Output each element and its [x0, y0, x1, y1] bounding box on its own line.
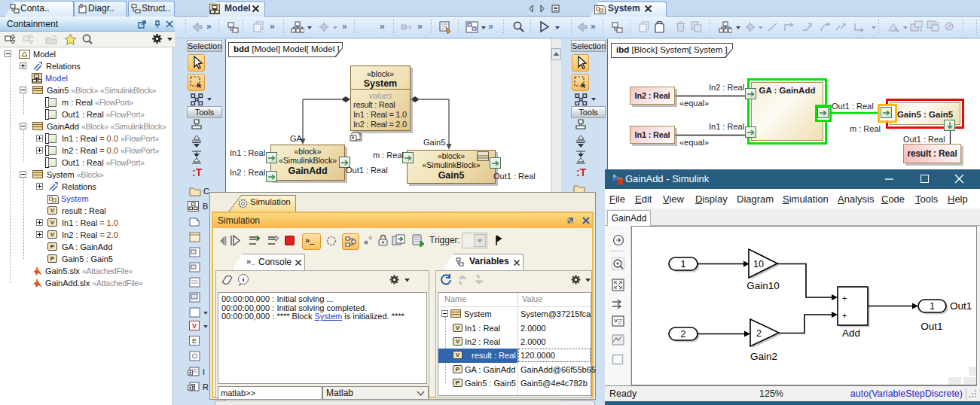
- svg-text:Add: Add: [842, 327, 860, 339]
- svg-text:2: 2: [756, 328, 762, 339]
- svg-text:Out1: Out1: [950, 300, 972, 312]
- svg-text:Out1: Out1: [920, 321, 942, 332]
- svg-text:+: +: [842, 294, 847, 303]
- svg-text:1: 1: [681, 259, 686, 269]
- svg-text:Gain2: Gain2: [750, 351, 777, 362]
- svg-text:10: 10: [753, 259, 764, 269]
- svg-text:1: 1: [930, 301, 935, 312]
- svg-text:2: 2: [681, 329, 686, 340]
- svg-text:Gain10: Gain10: [746, 280, 780, 291]
- svg-text:+: +: [842, 311, 847, 320]
